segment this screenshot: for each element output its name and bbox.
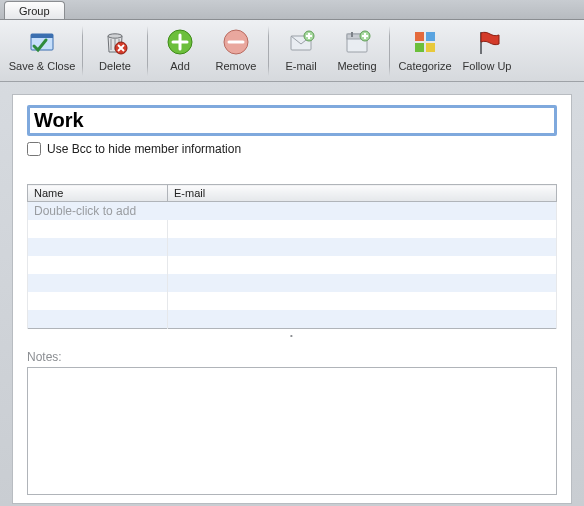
- save-close-button[interactable]: Save & Close: [6, 23, 78, 79]
- table-row[interactable]: [28, 292, 557, 310]
- svg-rect-25: [415, 32, 424, 41]
- categorize-label: Categorize: [398, 60, 451, 72]
- bcc-checkbox-label: Use Bcc to hide member information: [47, 142, 241, 156]
- notes-textarea[interactable]: [27, 367, 557, 495]
- notes-label: Notes:: [27, 350, 557, 364]
- save-close-icon: [26, 26, 58, 58]
- bcc-checkbox-row[interactable]: Use Bcc to hide member information: [27, 142, 557, 156]
- column-header-email[interactable]: E-mail: [168, 185, 557, 202]
- email-button[interactable]: E-mail: [273, 23, 329, 79]
- table-row[interactable]: [28, 256, 557, 274]
- table-placeholder-text: Double-click to add: [28, 202, 557, 221]
- group-name-input[interactable]: [27, 105, 557, 136]
- svg-rect-28: [426, 43, 435, 52]
- table-row[interactable]: [28, 220, 557, 238]
- delete-button[interactable]: Delete: [87, 23, 143, 79]
- bcc-checkbox[interactable]: [27, 142, 41, 156]
- remove-button[interactable]: Remove: [208, 23, 264, 79]
- delete-label: Delete: [99, 60, 131, 72]
- table-row[interactable]: [28, 274, 557, 292]
- members-table[interactable]: Name E-mail Double-click to add: [27, 184, 557, 329]
- table-row[interactable]: [28, 238, 557, 256]
- add-button[interactable]: Add: [152, 23, 208, 79]
- window-tab-group[interactable]: Group: [4, 1, 65, 19]
- email-label: E-mail: [285, 60, 316, 72]
- table-row[interactable]: [28, 310, 557, 328]
- svg-rect-26: [426, 32, 435, 41]
- toolbar-separator: [389, 26, 390, 76]
- toolbar-separator: [268, 26, 269, 76]
- content-panel: Use Bcc to hide member information Name …: [12, 94, 572, 504]
- toolbar-separator: [147, 26, 148, 76]
- meeting-icon: [341, 26, 373, 58]
- save-close-label: Save & Close: [9, 60, 76, 72]
- add-icon: [164, 26, 196, 58]
- table-row-placeholder[interactable]: Double-click to add: [28, 202, 557, 221]
- categorize-button[interactable]: Categorize: [394, 23, 456, 79]
- resize-handle-icon[interactable]: •: [27, 331, 557, 340]
- members-table-wrapper: Name E-mail Double-click to add •: [27, 184, 557, 340]
- categorize-icon: [409, 26, 441, 58]
- window-tabstrip: Group: [0, 0, 584, 20]
- meeting-label: Meeting: [337, 60, 376, 72]
- email-icon: [285, 26, 317, 58]
- column-header-name[interactable]: Name: [28, 185, 168, 202]
- followup-button[interactable]: Follow Up: [456, 23, 518, 79]
- flag-icon: [471, 26, 503, 58]
- meeting-button[interactable]: Meeting: [329, 23, 385, 79]
- toolbar: Save & Close Delete Add: [0, 20, 584, 82]
- trash-icon: [99, 26, 131, 58]
- add-label: Add: [170, 60, 190, 72]
- toolbar-separator: [82, 26, 83, 76]
- svg-rect-1: [31, 34, 53, 38]
- svg-rect-27: [415, 43, 424, 52]
- remove-icon: [220, 26, 252, 58]
- remove-label: Remove: [216, 60, 257, 72]
- svg-point-2: [108, 33, 122, 37]
- followup-label: Follow Up: [463, 60, 512, 72]
